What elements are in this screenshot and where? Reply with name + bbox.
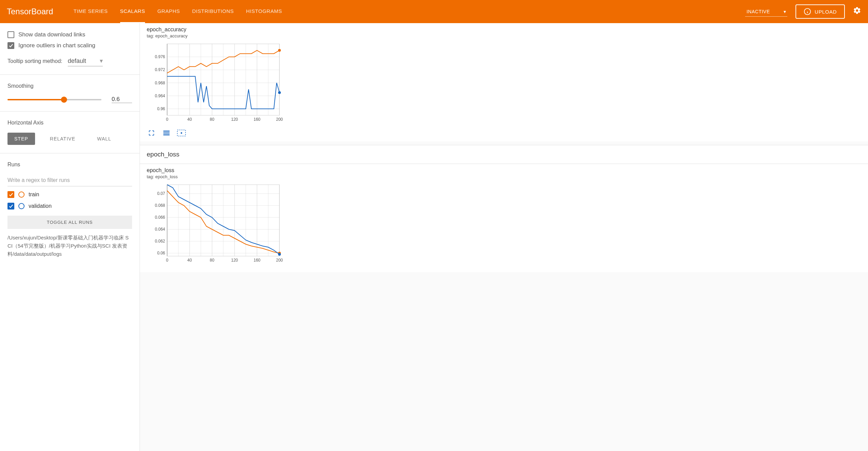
runs-filter-input[interactable] bbox=[7, 174, 132, 186]
checkbox-run-validation[interactable] bbox=[7, 203, 14, 210]
expand-icon[interactable] bbox=[147, 129, 156, 137]
download-links-label: Show data download links bbox=[18, 31, 85, 38]
checkbox-ignore-outliers[interactable] bbox=[7, 42, 14, 49]
svg-text:0.062: 0.062 bbox=[155, 239, 165, 244]
status-select[interactable]: INACTIVE ▾ bbox=[745, 7, 787, 17]
run-color-icon bbox=[18, 191, 25, 198]
tooltip-sorting-value: default bbox=[68, 57, 86, 65]
haxis-relative[interactable]: RELATIVE bbox=[43, 133, 82, 145]
svg-text:0: 0 bbox=[166, 258, 168, 263]
run-row-validation: validation bbox=[7, 203, 132, 210]
runs-label: Runs bbox=[7, 162, 132, 168]
svg-text:0: 0 bbox=[166, 117, 168, 122]
caret-down-icon: ▾ bbox=[100, 57, 103, 65]
tab-time-series[interactable]: TIME SERIES bbox=[74, 0, 108, 23]
chart-card-accuracy: epoch_accuracy tag: epoch_accuracy 04080… bbox=[140, 23, 868, 141]
svg-text:120: 120 bbox=[231, 258, 238, 263]
svg-text:200: 200 bbox=[276, 117, 283, 122]
tab-distributions[interactable]: DISTRIBUTIONS bbox=[192, 0, 234, 23]
svg-text:160: 160 bbox=[254, 117, 260, 122]
list-icon[interactable] bbox=[162, 129, 171, 137]
caret-down-icon: ▾ bbox=[784, 9, 786, 14]
run-color-icon bbox=[18, 203, 25, 209]
run-row-train: train bbox=[7, 191, 132, 198]
main-content: epoch_accuracy tag: epoch_accuracy 04080… bbox=[140, 23, 868, 451]
chart-tag: tag: epoch_loss bbox=[147, 174, 861, 179]
smoothing-value-input[interactable] bbox=[112, 96, 132, 103]
ignore-outliers-label: Ignore outliers in chart scaling bbox=[18, 42, 95, 49]
svg-text:80: 80 bbox=[210, 117, 214, 122]
svg-text:160: 160 bbox=[254, 258, 260, 263]
header-right: INACTIVE ▾ UPLOAD bbox=[745, 4, 861, 19]
toggle-all-runs-button[interactable]: TOGGLE ALL RUNS bbox=[7, 216, 132, 229]
svg-text:0.07: 0.07 bbox=[157, 191, 165, 196]
svg-text:0.96: 0.96 bbox=[157, 106, 165, 111]
chart-card-loss: epoch_loss tag: epoch_loss 0408012016020… bbox=[140, 164, 868, 272]
svg-text:40: 40 bbox=[187, 117, 192, 122]
checkbox-download-links[interactable] bbox=[7, 31, 14, 38]
logo: TensorBoard bbox=[7, 7, 53, 16]
svg-text:0.068: 0.068 bbox=[155, 203, 165, 208]
smoothing-slider[interactable] bbox=[7, 99, 101, 100]
svg-point-83 bbox=[278, 253, 281, 256]
tab-graphs[interactable]: GRAPHS bbox=[157, 0, 180, 23]
haxis-wall[interactable]: WALL bbox=[90, 133, 118, 145]
settings-icon[interactable] bbox=[853, 6, 861, 17]
chart-tag: tag: epoch_accuracy bbox=[147, 33, 861, 38]
tooltip-sorting-label: Tooltip sorting method: bbox=[7, 58, 62, 64]
header: TensorBoard TIME SERIES SCALARS GRAPHS D… bbox=[0, 0, 868, 23]
tab-histograms[interactable]: HISTOGRAMS bbox=[246, 0, 282, 23]
svg-text:0.066: 0.066 bbox=[155, 215, 165, 220]
svg-text:0.064: 0.064 bbox=[155, 227, 165, 232]
upload-label: UPLOAD bbox=[815, 9, 837, 15]
horizontal-axis-label: Horizontal Axis bbox=[7, 120, 132, 126]
run-name: validation bbox=[29, 203, 52, 209]
svg-point-38 bbox=[278, 49, 281, 52]
svg-text:80: 80 bbox=[210, 258, 214, 263]
svg-text:200: 200 bbox=[276, 258, 283, 263]
upload-button[interactable]: UPLOAD bbox=[795, 4, 845, 19]
tabs: TIME SERIES SCALARS GRAPHS DISTRIBUTIONS… bbox=[74, 0, 745, 23]
svg-point-39 bbox=[278, 91, 281, 94]
svg-text:0.972: 0.972 bbox=[155, 67, 165, 72]
haxis-step[interactable]: STEP bbox=[7, 133, 35, 145]
chart-title: epoch_accuracy bbox=[147, 27, 861, 33]
status-text: INACTIVE bbox=[746, 9, 770, 14]
tab-scalars[interactable]: SCALARS bbox=[120, 0, 145, 23]
sidebar: Show data download links Ignore outliers… bbox=[0, 23, 140, 451]
svg-text:40: 40 bbox=[187, 258, 192, 263]
svg-text:0.06: 0.06 bbox=[157, 251, 165, 255]
smoothing-label: Smoothing bbox=[7, 83, 132, 89]
chart-accuracy[interactable]: 040801201602000.960.9640.9680.9720.976 bbox=[147, 40, 283, 126]
log-path: /Users/xujun/Desktop/新课零基础入门机器学习临床 SCI（5… bbox=[7, 234, 132, 258]
svg-text:120: 120 bbox=[231, 117, 238, 122]
svg-point-44 bbox=[181, 133, 182, 134]
svg-text:0.964: 0.964 bbox=[155, 94, 165, 98]
reset-icon[interactable] bbox=[177, 129, 186, 137]
tooltip-sorting-select[interactable]: default ▾ bbox=[68, 56, 103, 66]
loss-section-header[interactable]: epoch_loss bbox=[140, 145, 868, 164]
chart-title: epoch_loss bbox=[147, 167, 861, 173]
svg-text:0.976: 0.976 bbox=[155, 54, 165, 59]
chart-loss[interactable]: 040801201602000.060.0620.0640.0660.0680.… bbox=[147, 181, 283, 266]
checkbox-run-train[interactable] bbox=[7, 191, 14, 198]
run-name: train bbox=[29, 191, 39, 198]
svg-text:0.968: 0.968 bbox=[155, 81, 165, 85]
info-icon bbox=[804, 8, 811, 15]
